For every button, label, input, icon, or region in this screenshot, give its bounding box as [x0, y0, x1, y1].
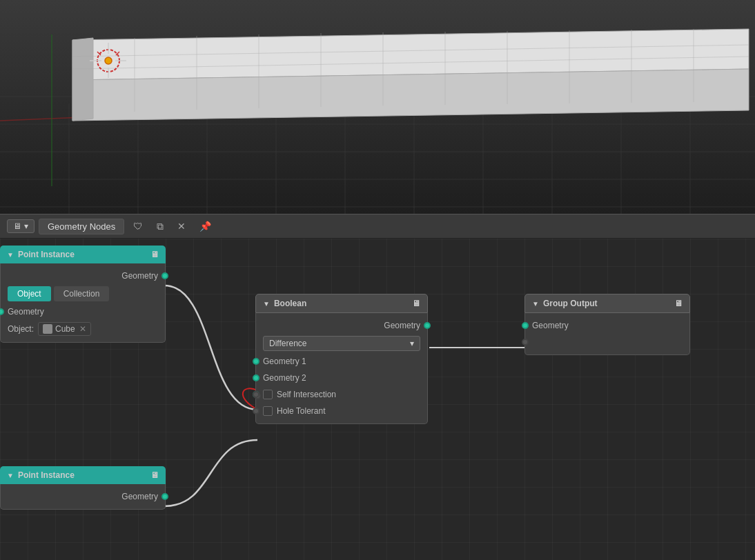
group-output-header: ▼ Group Output 🖥: [524, 294, 690, 313]
point-instance-1-header: ▼ Point Instance 🖥: [0, 246, 166, 263]
dropdown-chevron: ▾: [410, 339, 414, 348]
geometry2-row: Geometry 2: [256, 370, 427, 386]
close-button[interactable]: ✕: [173, 218, 190, 234]
geometry2-label: Geometry 2: [263, 373, 306, 383]
group-geometry-row: Geometry: [525, 317, 689, 334]
group-geometry-socket[interactable]: [522, 322, 529, 329]
group-output-collapse[interactable]: ▼: [532, 300, 539, 308]
operation-value: Difference: [269, 339, 306, 348]
geometry-output-socket-2[interactable]: [161, 493, 168, 500]
collapse-triangle[interactable]: ▼: [7, 251, 14, 259]
object-reference[interactable]: Cube ✕: [38, 322, 91, 336]
collection-tab[interactable]: Collection: [54, 286, 110, 301]
object-field-label: Object:: [8, 324, 34, 334]
geometry-output-row-2: Geometry: [1, 488, 165, 505]
collapse-triangle-2[interactable]: ▼: [7, 472, 14, 479]
point-instance-2-body: Geometry: [0, 484, 166, 510]
node-editor[interactable]: ▼ Point Instance 🖥 Geometry Object Colle…: [0, 239, 755, 560]
boolean-node: ▼ Boolean 🖥 Geometry Difference ▾ Geomet…: [255, 294, 428, 424]
self-intersection-row: Self Intersection: [256, 386, 427, 403]
workspace-type-button[interactable]: 🖥 ▾: [7, 219, 35, 233]
point-instance-1-body: Geometry Object Collection Geometry Obje…: [0, 263, 166, 343]
group-output-node: ▼ Group Output 🖥 Geometry: [524, 294, 690, 355]
geometry-output-row: Geometry: [1, 268, 165, 284]
editor-title: Geometry Nodes: [39, 219, 124, 234]
hole-tolerant-socket-dot: [253, 408, 259, 414]
point-instance-2-title: Point Instance: [18, 470, 75, 480]
point-instance-1-monitor: 🖥: [150, 250, 159, 259]
copy-button[interactable]: ⧉: [152, 218, 168, 235]
object-tab[interactable]: Object: [8, 286, 51, 301]
monitor-icon: 🖥: [13, 221, 21, 231]
boolean-geometry-out-label: Geometry: [384, 321, 420, 330]
group-output-title: Group Output: [543, 299, 598, 308]
point-instance-node-2: ▼ Point Instance 🖥 Geometry: [0, 466, 166, 510]
self-intersection-label: Self Intersection: [277, 390, 336, 399]
object-icon: [43, 324, 52, 334]
geometry-input-label: Geometry: [8, 307, 44, 317]
point-instance-2-monitor: 🖥: [150, 470, 159, 480]
boolean-title: Boolean: [274, 299, 306, 308]
geometry2-socket[interactable]: [253, 374, 259, 381]
editor-toolbar: 🖥 ▾ Geometry Nodes 🛡 ⧉ ✕ 📌: [0, 214, 755, 239]
geometry-out-label: Geometry: [121, 271, 158, 281]
geometry-input-row: Geometry: [1, 303, 165, 320]
operation-row: Difference ▾: [256, 334, 427, 353]
group-output-monitor: 🖥: [674, 299, 683, 308]
boolean-header: ▼ Boolean 🖥: [255, 294, 428, 313]
geometry1-label: Geometry 1: [263, 357, 306, 366]
operation-dropdown[interactable]: Difference ▾: [263, 336, 420, 351]
geometry1-row: Geometry 1: [256, 353, 427, 370]
pin-button[interactable]: 📌: [195, 218, 216, 234]
point-instance-2-header: ▼ Point Instance 🖥: [0, 466, 166, 484]
boolean-body: Geometry Difference ▾ Geometry 1 Geometr…: [255, 313, 428, 424]
point-instance-node-1: ▼ Point Instance 🖥 Geometry Object Colle…: [0, 246, 166, 343]
self-intersection-checkbox[interactable]: [263, 390, 273, 399]
hole-tolerant-row: Hole Tolerant: [256, 403, 427, 419]
object-remove-btn[interactable]: ✕: [79, 324, 86, 334]
point-instance-1-title: Point Instance: [18, 250, 75, 259]
cube-label: Cube: [55, 324, 75, 334]
svg-point-34: [105, 57, 112, 64]
boolean-geometry-out-socket[interactable]: [424, 322, 431, 329]
boolean-collapse[interactable]: ▼: [263, 300, 270, 308]
shield-button[interactable]: 🛡: [128, 218, 148, 234]
geometry1-socket[interactable]: [253, 358, 259, 365]
group-empty-socket: [522, 339, 529, 346]
geometry-out-label-2: Geometry: [121, 492, 158, 501]
geometry-output-socket[interactable]: [161, 272, 168, 279]
hole-tolerant-checkbox[interactable]: [263, 406, 273, 416]
self-intersection-socket-dot: [253, 391, 259, 398]
group-output-body: Geometry: [524, 313, 690, 355]
geometry-input-socket[interactable]: [0, 308, 4, 315]
boolean-geometry-out-row: Geometry: [256, 317, 427, 334]
group-geometry-label: Geometry: [532, 321, 569, 330]
object-field-row: Object: Cube ✕: [1, 320, 165, 338]
svg-marker-20: [72, 38, 93, 121]
hole-tolerant-label: Hole Tolerant: [277, 406, 326, 416]
group-empty-row: [525, 334, 689, 350]
boolean-monitor: 🖥: [412, 299, 420, 308]
dropdown-arrow: ▾: [24, 221, 28, 231]
type-tabs-row: Object Collection: [1, 284, 165, 303]
viewport-3d[interactable]: [0, 0, 755, 214]
